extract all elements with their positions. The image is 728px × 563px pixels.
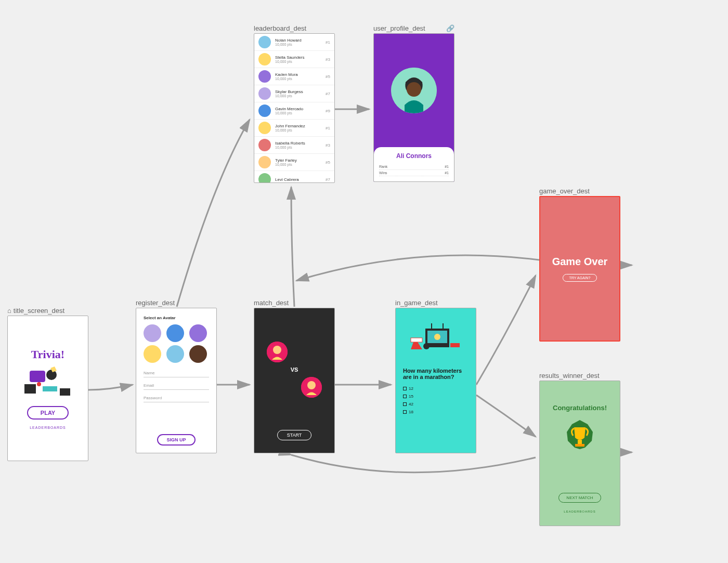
leaderboard-row[interactable]: Nolan Howard10,000 pts #1 bbox=[254, 34, 334, 51]
lb-rank: #7 bbox=[326, 177, 330, 182]
lb-name: John Fernandez bbox=[275, 124, 326, 128]
answer-option[interactable]: 42 bbox=[403, 402, 469, 407]
in-game-node[interactable]: How many kilometers are in a marathon? 1… bbox=[395, 308, 476, 453]
avatar-option[interactable] bbox=[166, 324, 184, 342]
svg-rect-22 bbox=[575, 444, 584, 447]
checkbox-icon bbox=[403, 402, 407, 406]
leaderboard-row[interactable]: Isabella Roberts10,000 pts #3 bbox=[254, 137, 334, 154]
svg-point-7 bbox=[407, 82, 421, 97]
trophy-icon bbox=[562, 419, 598, 455]
avatar-icon bbox=[258, 53, 271, 66]
lb-points: 10,000 pts bbox=[275, 128, 326, 132]
results-winner-node[interactable]: Congratulations! NEXT MATCH LEADERBOARDS bbox=[539, 381, 620, 526]
avatar-option[interactable] bbox=[166, 345, 184, 363]
user-profile-label: user_profile_dest bbox=[373, 24, 425, 32]
title-screen-art bbox=[19, 365, 76, 402]
try-again-button[interactable]: TRY AGAIN? bbox=[563, 274, 597, 282]
answer-option[interactable]: 15 bbox=[403, 394, 469, 399]
leaderboards-link[interactable]: LEADERBOARDS bbox=[30, 426, 66, 429]
svg-point-11 bbox=[307, 381, 316, 389]
svg-rect-19 bbox=[450, 343, 460, 347]
play-button[interactable]: PLAY bbox=[27, 406, 69, 420]
lb-name: Nolan Howard bbox=[275, 38, 326, 43]
checkbox-icon bbox=[403, 387, 407, 390]
leaderboards-link[interactable]: LEADERBOARDS bbox=[564, 510, 595, 513]
svg-rect-4 bbox=[60, 388, 70, 396]
lb-points: 10,000 pts bbox=[275, 77, 326, 81]
lb-name: Tyler Farley bbox=[275, 158, 326, 163]
password-input[interactable]: Password bbox=[144, 394, 209, 402]
leaderboard-row[interactable]: Kaden Mora10,000 pts #5 bbox=[254, 68, 334, 85]
avatar-icon bbox=[258, 36, 271, 48]
avatar-icon bbox=[258, 139, 271, 151]
profile-name: Ali Connors bbox=[379, 152, 449, 160]
leaderboard-row[interactable]: Gavin Mercado10,000 pts #9 bbox=[254, 102, 334, 120]
register-node[interactable]: Select an Avatar Name Email Password SIG… bbox=[136, 308, 217, 453]
match-node[interactable]: VS START bbox=[254, 308, 335, 453]
lb-rank: #1 bbox=[326, 126, 330, 130]
avatar-icon bbox=[258, 70, 271, 83]
email-input[interactable]: Email bbox=[144, 382, 209, 390]
svg-rect-0 bbox=[30, 371, 45, 382]
leaderboard-row[interactable]: Tyler Farley10,000 pts #5 bbox=[254, 154, 334, 171]
avatar-option[interactable] bbox=[144, 345, 161, 363]
lb-points: 10,000 pts bbox=[275, 163, 326, 166]
title-screen-title: Trivia! bbox=[31, 348, 64, 361]
profile-bottom: Ali Connors Rank#1 Wins#1 bbox=[374, 147, 454, 181]
lb-rank: #5 bbox=[326, 74, 330, 79]
leaderboard-row[interactable]: Skylar Burgess10,000 pts #7 bbox=[254, 85, 334, 102]
lb-name: Skylar Burgess bbox=[275, 89, 326, 94]
next-match-button[interactable]: NEXT MATCH bbox=[558, 493, 601, 503]
svg-rect-21 bbox=[578, 440, 582, 444]
user-profile-node[interactable]: Ali Connors Rank#1 Wins#1 bbox=[373, 33, 454, 182]
lb-name: Levi Cabrera bbox=[275, 177, 326, 182]
leaderboard-row[interactable]: Levi Cabrera #7 bbox=[254, 171, 334, 183]
svg-rect-17 bbox=[411, 338, 422, 342]
start-button[interactable]: START bbox=[277, 430, 312, 440]
lb-points: 10,000 pts bbox=[275, 43, 326, 46]
match-avatar-bot bbox=[301, 377, 322, 398]
avatar-icon bbox=[258, 104, 271, 117]
name-input[interactable]: Name bbox=[144, 369, 209, 377]
match-avatar-top bbox=[267, 342, 288, 362]
home-icon: ⌂ bbox=[7, 307, 11, 315]
link-icon: 🔗 bbox=[446, 24, 454, 32]
title-screen-label: ⌂title_screen_dest bbox=[7, 307, 64, 315]
checkbox-icon bbox=[403, 410, 407, 414]
leaderboard-row[interactable]: John Fernandez10,000 pts #1 bbox=[254, 120, 334, 137]
profile-avatar bbox=[391, 68, 437, 113]
svg-rect-3 bbox=[43, 386, 57, 391]
svg-point-5 bbox=[37, 382, 41, 386]
congrats-title: Congratulations! bbox=[553, 404, 607, 412]
lb-name: Kaden Mora bbox=[275, 72, 326, 77]
register-label: register_dest bbox=[136, 299, 175, 307]
in-game-label: in_game_dest bbox=[395, 299, 438, 307]
lb-rank: #3 bbox=[326, 57, 330, 62]
avatar-icon bbox=[258, 173, 271, 183]
avatar-option[interactable] bbox=[189, 324, 207, 342]
lb-rank: #7 bbox=[326, 91, 330, 96]
game-over-node[interactable]: Game Over TRY AGAIN? bbox=[539, 196, 620, 342]
question-text: How many kilometers are in a marathon? bbox=[403, 368, 469, 380]
results-winner-label: results_winner_dest bbox=[539, 372, 600, 379]
answer-option[interactable]: 12 bbox=[403, 386, 469, 391]
match-label: match_dest bbox=[254, 299, 289, 307]
svg-point-9 bbox=[273, 346, 281, 354]
title-screen-node[interactable]: Trivia! PLAY LEADERBOARDS bbox=[7, 316, 88, 461]
leaderboard-node[interactable]: Nolan Howard10,000 pts #1 Stella Saunder… bbox=[254, 33, 335, 183]
avatar-icon bbox=[258, 122, 271, 134]
vs-text: VS bbox=[291, 366, 298, 373]
lb-rank: #5 bbox=[326, 160, 330, 165]
in-game-art bbox=[403, 316, 469, 362]
lb-name: Isabella Roberts bbox=[275, 141, 326, 146]
leaderboard-row[interactable]: Stella Saunders10,000 pts #3 bbox=[254, 51, 334, 68]
checkbox-icon bbox=[403, 395, 407, 398]
avatar-grid bbox=[144, 324, 209, 363]
avatar-option[interactable] bbox=[189, 345, 207, 363]
answer-option[interactable]: 18 bbox=[403, 410, 469, 414]
signup-button[interactable]: SIGN UP bbox=[157, 434, 195, 446]
avatar-option[interactable] bbox=[144, 324, 161, 342]
lb-name: Stella Saunders bbox=[275, 55, 326, 60]
svg-point-18 bbox=[423, 343, 430, 349]
svg-rect-2 bbox=[24, 384, 36, 394]
